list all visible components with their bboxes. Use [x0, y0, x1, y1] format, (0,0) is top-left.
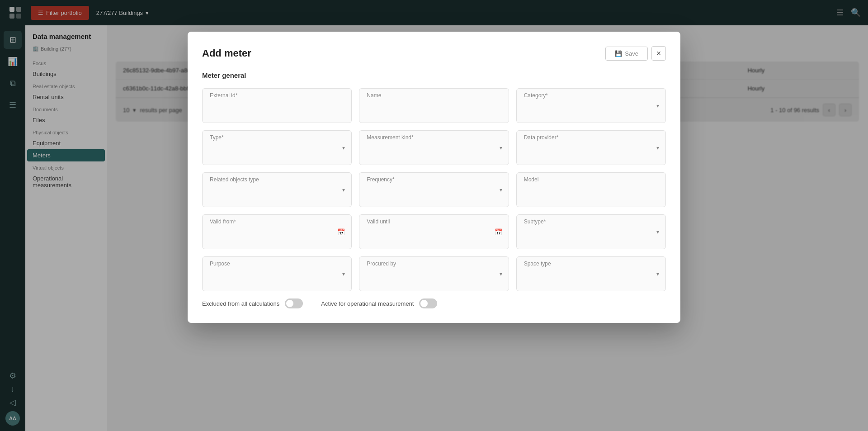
- related-objects-type-select[interactable]: [210, 185, 335, 200]
- model-input[interactable]: [524, 185, 658, 200]
- active-label: Active for operational measurement: [321, 300, 414, 307]
- chevron-down-icon: ▾: [656, 271, 659, 277]
- form-row-4: Valid from* 📅 Valid until 📅 Subtype* ▾: [202, 214, 666, 249]
- data-provider-field: Data provider* ▾: [516, 130, 666, 165]
- name-input[interactable]: [367, 98, 501, 113]
- excluded-label: Excluded from all calculations: [202, 300, 279, 307]
- related-objects-type-field: Related objects type ▾: [202, 172, 352, 207]
- excluded-toggle[interactable]: [285, 298, 303, 308]
- toggles-row: Excluded from all calculations Active fo…: [202, 298, 666, 308]
- active-toggle[interactable]: [419, 298, 437, 308]
- measurement-kind-label: Measurement kind*: [367, 134, 413, 141]
- active-toggle-item: Active for operational measurement: [321, 298, 437, 308]
- valid-until-label: Valid until: [367, 218, 390, 225]
- form-row-1: External id* Name Category* ▾: [202, 88, 666, 123]
- frequency-label: Frequency*: [367, 176, 394, 183]
- form-row-2: Type* ▾ Measurement kind* ▾ Data provide…: [202, 130, 666, 165]
- excluded-toggle-item: Excluded from all calculations: [202, 298, 303, 308]
- related-objects-type-label: Related objects type: [210, 176, 259, 183]
- measurement-kind-field: Measurement kind* ▾: [359, 130, 509, 165]
- modal-actions: 💾 Save ×: [605, 46, 666, 61]
- modal-overlay: Add meter 💾 Save × Meter general Externa…: [0, 0, 868, 431]
- close-button[interactable]: ×: [651, 46, 666, 61]
- modal-title: Add meter: [202, 47, 251, 59]
- chevron-down-icon: ▾: [500, 271, 502, 277]
- chevron-down-icon: ▾: [342, 271, 345, 277]
- save-button[interactable]: 💾 Save: [605, 47, 648, 61]
- valid-until-input[interactable]: [367, 227, 487, 242]
- data-provider-select[interactable]: [524, 143, 649, 158]
- valid-from-input[interactable]: [210, 227, 330, 242]
- chevron-down-icon: ▾: [500, 145, 502, 151]
- procured-by-label: Procured by: [367, 260, 396, 267]
- subtype-select[interactable]: [524, 227, 649, 242]
- frequency-select[interactable]: [367, 185, 492, 200]
- chevron-down-icon: ▾: [500, 187, 502, 193]
- calendar-icon: 📅: [495, 228, 502, 236]
- category-field: Category* ▾: [516, 88, 666, 123]
- type-select[interactable]: [210, 143, 335, 158]
- data-provider-label: Data provider*: [524, 134, 559, 141]
- procured-by-field: Procured by ▾: [359, 256, 509, 291]
- external-id-input[interactable]: [210, 98, 344, 113]
- model-label: Model: [524, 176, 539, 183]
- chevron-down-icon: ▾: [342, 145, 345, 151]
- add-meter-modal: Add meter 💾 Save × Meter general Externa…: [188, 32, 680, 323]
- purpose-label: Purpose: [210, 260, 230, 267]
- form-row-3: Related objects type ▾ Frequency* ▾ Mode…: [202, 172, 666, 207]
- space-type-field: Space type ▾: [516, 256, 666, 291]
- category-label: Category*: [524, 92, 548, 99]
- valid-from-label: Valid from*: [210, 218, 236, 225]
- valid-until-field: Valid until 📅: [359, 214, 509, 249]
- measurement-kind-select[interactable]: [367, 143, 492, 158]
- modal-header: Add meter 💾 Save ×: [202, 46, 666, 61]
- type-label: Type*: [210, 134, 224, 141]
- procured-by-select[interactable]: [367, 270, 492, 284]
- subtype-field: Subtype* ▾: [516, 214, 666, 249]
- type-field: Type* ▾: [202, 130, 352, 165]
- name-field: Name: [359, 88, 509, 123]
- space-type-select[interactable]: [524, 270, 649, 284]
- external-id-field: External id*: [202, 88, 352, 123]
- space-type-label: Space type: [524, 260, 551, 267]
- model-field: Model: [516, 172, 666, 207]
- chevron-down-icon: ▾: [656, 103, 659, 109]
- category-select[interactable]: [524, 101, 649, 116]
- external-id-label: External id*: [210, 92, 237, 99]
- form-row-5: Purpose ▾ Procured by ▾ Space type ▾: [202, 256, 666, 291]
- chevron-down-icon: ▾: [656, 229, 659, 235]
- purpose-field: Purpose ▾: [202, 256, 352, 291]
- chevron-down-icon: ▾: [656, 145, 659, 151]
- chevron-down-icon: ▾: [342, 187, 345, 193]
- frequency-field: Frequency* ▾: [359, 172, 509, 207]
- calendar-icon: 📅: [337, 228, 345, 236]
- save-icon: 💾: [615, 50, 622, 57]
- name-label: Name: [367, 92, 381, 99]
- subtype-label: Subtype*: [524, 218, 546, 225]
- valid-from-field: Valid from* 📅: [202, 214, 352, 249]
- section-title: Meter general: [202, 71, 666, 79]
- purpose-select[interactable]: [210, 270, 335, 284]
